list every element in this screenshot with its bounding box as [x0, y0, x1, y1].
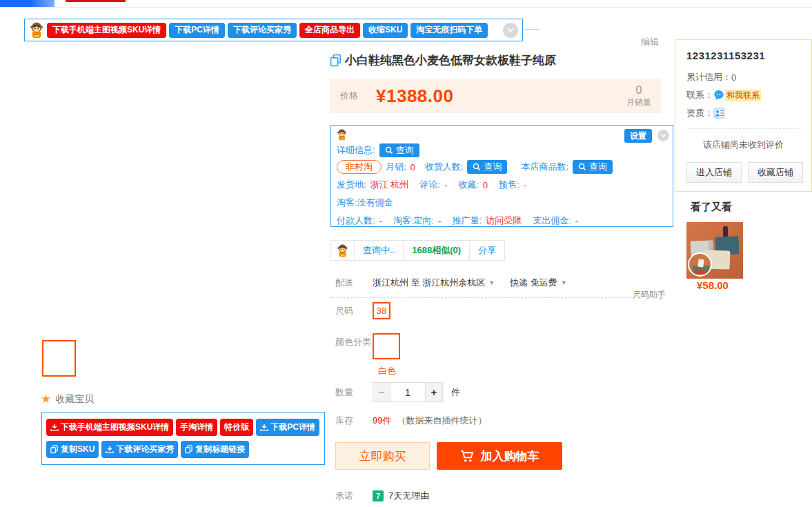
store-divider [686, 128, 802, 129]
color-label: 颜色分类 [330, 333, 373, 377]
promise-row: 承诺 7 7天无理由 [330, 490, 429, 502]
taoke-direct-value: - [438, 216, 441, 226]
size-row: 尺码 38 [330, 302, 390, 319]
quantity-row: 数量 − + 件 [330, 382, 460, 402]
download-pc-detail-button[interactable]: 下载PC详情 [169, 23, 225, 38]
taobao-product-page: 下载手机端主图视频SKU详情 下载PC详情 下载评论买家秀 全店商品导出 收缩S… [0, 0, 812, 507]
mobile-detail-button[interactable]: 手淘详情 [176, 419, 217, 436]
size-helper-link[interactable]: 尺码助手 [633, 289, 666, 301]
credit-value: 0 [731, 72, 736, 83]
add-to-cart-button[interactable]: 加入购物车 [437, 442, 562, 470]
delivery-label: 配送 [330, 277, 373, 289]
size-option-38[interactable]: 38 [373, 302, 390, 319]
copy-sku-button[interactable]: 复制SKU [46, 441, 99, 458]
size-label: 尺码 [330, 305, 373, 317]
detail-info-label: 详细信息: [337, 144, 375, 157]
toolbar-connector-line [524, 29, 539, 30]
copy-icon [185, 445, 193, 454]
product-thumbnail[interactable] [42, 340, 76, 377]
recommended-product-image[interactable] [686, 222, 743, 279]
search-icon [578, 163, 586, 171]
quantity-plus-button[interactable]: + [425, 382, 443, 402]
edit-link[interactable]: 编辑 [641, 36, 659, 48]
dl-reviews-button[interactable]: 下载评论买家秀 [101, 441, 178, 458]
payers-value: - [379, 216, 382, 226]
promotion-label: 推广量: [453, 215, 482, 227]
contact-label: 联系： [686, 89, 713, 101]
buy-now-button[interactable]: 立即购买 [335, 442, 430, 470]
copy-icon [50, 445, 59, 454]
browser-loading-bar-fragment [66, 0, 126, 2]
no-rating-text: 该店铺尚未收到评价 [686, 139, 800, 151]
download-icon [260, 423, 268, 432]
share-cell[interactable]: 分享 [470, 241, 504, 260]
copy-title-icon[interactable] [330, 54, 341, 67]
receivers-label: 收货人数: [425, 161, 464, 173]
stock-row: 库存 99件 （数据来自插件统计） [330, 415, 486, 427]
favorite-store-button[interactable]: 收藏店铺 [748, 162, 803, 183]
plugin-info-box: 设置 详细信息: 查询 非村淘 月销: 0 收货人数: 查询 本店商品数: 查询 [330, 125, 673, 227]
color-swatch-white[interactable] [373, 333, 400, 359]
enter-store-button[interactable]: 进入店铺 [686, 162, 742, 183]
shop-count-query-button[interactable]: 查询 [573, 160, 613, 174]
stock-value: 99件 [373, 415, 391, 427]
contact-me-link[interactable]: 和我联系 [725, 90, 761, 101]
presale-value: - [524, 180, 526, 190]
monthly-sales-label: 月销量 [626, 97, 651, 108]
favorite-item[interactable]: ★ 收藏宝贝 [41, 392, 94, 406]
express-caret-down-icon[interactable]: ▼ [561, 279, 567, 286]
credit-label: 累计信用： [686, 71, 731, 83]
dl-pc-detail-button[interactable]: 下载PC详情 [256, 419, 319, 436]
presale-label: 预售: [499, 179, 519, 191]
stock-label: 库存 [330, 415, 373, 427]
download-icon [50, 423, 59, 432]
size-helper-divider: 尺码助手 [330, 289, 666, 301]
copy-title-link-button[interactable]: 复制标题链接 [181, 441, 249, 458]
download-mobile-sku-button[interactable]: 下载手机端主图视频SKU详情 [47, 23, 166, 38]
quantity-minus-button[interactable]: − [373, 382, 390, 402]
toolbar-collapse-chevron-icon[interactable] [503, 23, 518, 38]
delivery-route[interactable]: 浙江杭州 至 浙江杭州余杭区 [373, 277, 485, 289]
qualification-id-icon[interactable] [713, 107, 725, 119]
export-shop-items-button[interactable]: 全店商品导出 [299, 23, 360, 38]
receivers-query-button[interactable]: 查询 [467, 160, 507, 174]
also-viewed-title: 看了又看 [691, 201, 732, 214]
comment-value: - [444, 180, 447, 190]
delivery-row: 配送 浙江杭州 至 浙江杭州余杭区 ▼ 快递 免运费 ▼ [330, 277, 662, 289]
browser-tab-fragment [0, 0, 55, 7]
search-icon [385, 146, 393, 155]
download-icon [106, 445, 114, 454]
route-caret-down-icon[interactable]: ▼ [488, 279, 495, 286]
promotion-value: 访问受限 [486, 215, 522, 227]
infobox-collapse-chevron-icon[interactable] [657, 130, 669, 141]
seven-day-badge-icon: 7 [373, 490, 384, 501]
star-icon: ★ [41, 392, 51, 406]
plugin-settings-button[interactable]: 设置 [624, 129, 652, 143]
detail-query-button[interactable]: 查询 [379, 143, 419, 157]
querying-cell[interactable]: 查询中.. [355, 241, 404, 260]
monthly-sold-value: 0 [410, 162, 415, 172]
price-value: ¥1388.00 [376, 86, 453, 107]
plugin-download-panel: 下载手机端主图视频SKU详情 手淘详情 特价版 下载PC详情 复制SKU 下载评… [41, 412, 325, 465]
payers-label: 付款人数: [337, 215, 375, 227]
plugin-monkey-icon [337, 128, 347, 141]
quantity-input[interactable] [390, 382, 425, 402]
collect-value: 0 [483, 180, 488, 190]
taoke-direct-label: 淘客:定向: [393, 215, 434, 227]
color-row: 颜色分类 白色 [330, 333, 400, 377]
monthly-sales: 0 月销量 [626, 84, 651, 108]
collapse-sku-button[interactable]: 收缩SKU [363, 23, 408, 38]
query-strip-monkey-cell [331, 241, 355, 260]
recommended-product-price: ¥58.00 [697, 279, 729, 291]
scan-order-button[interactable]: 淘宝无痕扫码下单 [410, 23, 488, 38]
dl-mobile-sku-button[interactable]: 下载手机端主图视频SKU详情 [46, 419, 173, 436]
non-cuntao-pill[interactable]: 非村淘 [337, 160, 382, 174]
special-version-button[interactable]: 特价版 [220, 419, 253, 436]
commission-value: - [575, 216, 578, 226]
quantity-stepper: − + [373, 382, 443, 402]
express-fee[interactable]: 快递 免运费 [510, 277, 557, 289]
similar-1688-cell[interactable]: 1688相似(0) [404, 241, 470, 260]
wangwang-contact-icon[interactable] [713, 90, 724, 101]
download-reviews-button[interactable]: 下载评论买家秀 [228, 23, 297, 38]
collect-label: 收藏: [458, 179, 479, 191]
